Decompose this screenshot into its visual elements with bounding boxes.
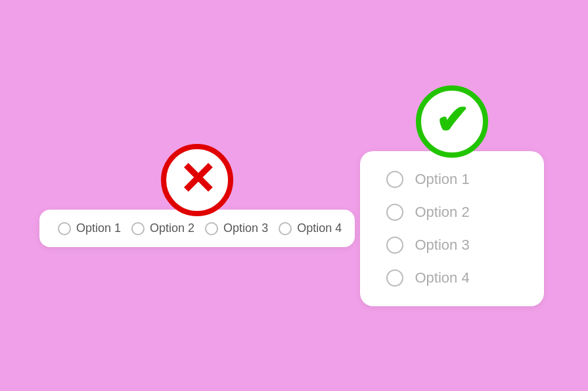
option-label-right-3: Option 3 (415, 237, 470, 254)
radio-option-3[interactable]: Option 3 (205, 221, 268, 235)
radio-button-3[interactable] (205, 222, 218, 235)
radio-button-4[interactable] (279, 222, 292, 235)
radio-option-right-3[interactable]: Option 3 (386, 237, 518, 254)
option-label-1: Option 1 (76, 221, 121, 235)
option-label-right-1: Option 1 (415, 171, 470, 188)
right-section: ✔ Option 1 Option 2 Option 3 Option 4 (355, 85, 549, 306)
left-section: ✕ Option 1 Option 2 Option 3 Option 4 (39, 144, 355, 247)
radio-option-right-1[interactable]: Option 1 (386, 171, 518, 188)
check-icon: ✔ (435, 100, 469, 141)
radio-option-4[interactable]: Option 4 (279, 221, 342, 235)
radio-option-right-4[interactable]: Option 4 (386, 269, 518, 287)
check-circle: ✔ (416, 85, 488, 158)
main-container: ✕ Option 1 Option 2 Option 3 Option 4 (0, 0, 588, 391)
radio-button-right-3[interactable] (386, 237, 403, 254)
radio-option-1[interactable]: Option 1 (58, 221, 121, 235)
cross-circle: ✕ (161, 144, 233, 216)
option-label-4: Option 4 (297, 221, 342, 235)
radio-button-right-4[interactable] (386, 269, 403, 287)
option-label-right-2: Option 2 (415, 204, 470, 221)
vertical-options-card: Option 1 Option 2 Option 3 Option 4 (360, 151, 544, 306)
check-icon-container: ✔ (416, 85, 488, 158)
radio-option-right-2[interactable]: Option 2 (386, 204, 518, 221)
radio-button-right-1[interactable] (386, 171, 403, 188)
option-label-3: Option 3 (223, 221, 268, 235)
radio-button-1[interactable] (58, 222, 71, 235)
option-label-2: Option 2 (150, 221, 194, 235)
radio-button-2[interactable] (131, 222, 145, 235)
cross-icon: ✕ (179, 156, 216, 201)
cross-icon-container: ✕ (161, 144, 233, 216)
option-label-right-4: Option 4 (415, 269, 470, 287)
radio-button-right-2[interactable] (386, 204, 403, 221)
radio-option-2[interactable]: Option 2 (131, 221, 194, 235)
